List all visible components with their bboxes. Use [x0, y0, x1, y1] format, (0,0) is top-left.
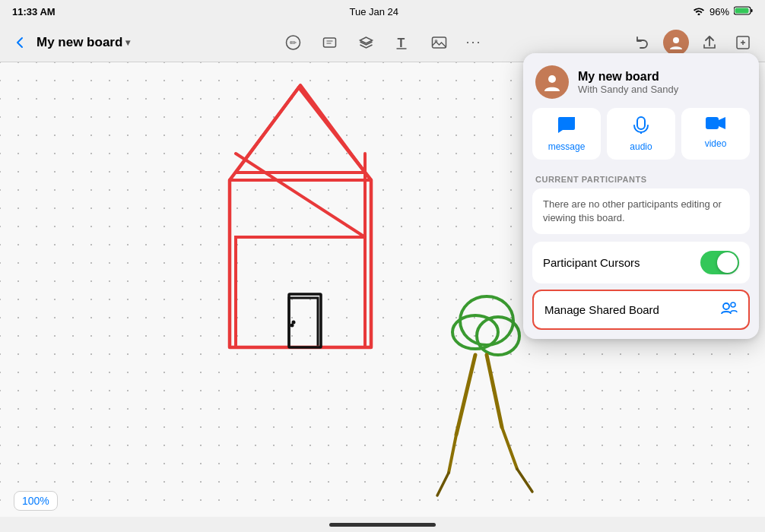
- video-label: video: [705, 138, 727, 149]
- status-bar: 11:33 AM Tue Jan 24 96%: [0, 0, 765, 23]
- svg-line-28: [502, 427, 517, 469]
- svg-rect-2: [735, 8, 748, 13]
- svg-rect-33: [706, 117, 719, 129]
- home-indicator: [329, 523, 436, 527]
- message-label: message: [548, 141, 586, 152]
- svg-line-26: [487, 355, 502, 427]
- undo-button[interactable]: [630, 30, 655, 55]
- image-button[interactable]: [426, 30, 452, 55]
- svg-point-18: [290, 324, 294, 328]
- popup-subtitle: With Sandy and Sandy: [578, 84, 678, 95]
- popup-actions: message audio video: [523, 108, 759, 169]
- svg-point-23: [477, 317, 519, 355]
- toggle-knob: [717, 252, 738, 273]
- svg-rect-16: [236, 237, 365, 347]
- toolbar-right: [630, 30, 756, 55]
- audio-icon: [633, 116, 649, 138]
- text-button[interactable]: T: [389, 30, 415, 55]
- svg-line-29: [437, 473, 449, 496]
- back-button[interactable]: [9, 31, 32, 54]
- svg-line-25: [456, 355, 475, 435]
- chevron-down-icon: ▾: [125, 37, 130, 48]
- audio-label: audio: [630, 141, 652, 152]
- svg-point-22: [460, 296, 513, 345]
- participants-card: There are no other participants editing …: [532, 188, 750, 234]
- avatar-button[interactable]: [663, 30, 689, 55]
- svg-text:T: T: [397, 36, 405, 49]
- participant-cursors-toggle[interactable]: [700, 251, 739, 274]
- svg-point-12: [673, 37, 679, 43]
- marker-tool-button[interactable]: [316, 30, 342, 55]
- svg-point-24: [452, 315, 498, 349]
- new-board-button[interactable]: [730, 30, 756, 55]
- svg-point-36: [731, 302, 735, 307]
- wifi-icon: [693, 6, 705, 17]
- popup-title-group: My new board With Sandy and Sandy: [578, 70, 678, 95]
- svg-rect-5: [323, 38, 335, 47]
- more-options-button[interactable]: ···: [462, 34, 484, 50]
- bottom-bar: [0, 517, 765, 532]
- popup-panel: My new board With Sandy and Sandy messag…: [523, 53, 759, 339]
- current-participants-label: CURRENT PARTICIPANTS: [523, 169, 759, 188]
- manage-shared-board-label: Manage Shared Board: [544, 303, 659, 316]
- audio-button[interactable]: audio: [607, 108, 675, 160]
- video-icon: [705, 116, 726, 135]
- svg-rect-1: [751, 9, 752, 12]
- svg-point-35: [723, 303, 729, 309]
- svg-marker-34: [719, 117, 725, 129]
- manage-shared-board-row[interactable]: Manage Shared Board: [532, 290, 750, 330]
- video-button[interactable]: video: [681, 108, 750, 160]
- pencil-tool-button[interactable]: ✏: [280, 30, 306, 55]
- svg-point-21: [292, 321, 296, 325]
- share-button[interactable]: [697, 30, 722, 55]
- svg-rect-20: [289, 294, 321, 347]
- popup-board-name: My new board: [578, 70, 678, 84]
- message-button[interactable]: message: [532, 108, 601, 160]
- layers-button[interactable]: [353, 30, 379, 55]
- svg-line-30: [517, 469, 532, 492]
- svg-point-31: [548, 75, 556, 83]
- board-title[interactable]: My new board ▾: [37, 35, 130, 50]
- participant-cursors-label: Participant Cursors: [543, 256, 640, 269]
- status-date: Tue Jan 24: [350, 6, 399, 17]
- toolbar-center: ✏ T ···: [280, 30, 484, 55]
- participant-cursors-row: Participant Cursors: [532, 242, 750, 283]
- status-time: 11:33 AM: [12, 6, 56, 17]
- battery-icon: [734, 6, 753, 17]
- svg-rect-10: [432, 37, 446, 48]
- popup-header: My new board With Sandy and Sandy: [523, 53, 759, 108]
- manage-shared-board-icon: [721, 300, 738, 319]
- popup-avatar: [535, 65, 569, 99]
- participants-text: There are no other participants editing …: [543, 198, 739, 225]
- svg-line-27: [449, 435, 456, 473]
- svg-text:✏: ✏: [290, 38, 297, 47]
- battery-label: 96%: [709, 6, 729, 17]
- svg-rect-17: [289, 298, 318, 347]
- status-indicators: 96%: [693, 6, 753, 17]
- message-icon: [557, 116, 576, 138]
- zoom-button[interactable]: 100%: [14, 491, 58, 511]
